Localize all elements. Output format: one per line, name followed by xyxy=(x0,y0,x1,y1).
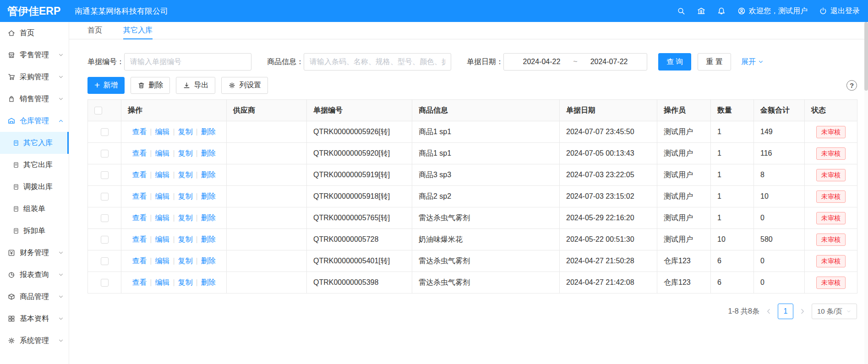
row-action-delete[interactable]: 删除 xyxy=(201,214,216,222)
row-action-delete[interactable]: 删除 xyxy=(201,128,216,136)
bank-icon[interactable] xyxy=(697,6,706,16)
bill-no-input[interactable] xyxy=(124,53,251,71)
column-header-actions: 操作 xyxy=(121,100,227,121)
chevron-down-icon xyxy=(58,250,64,256)
scrollbar-thumb[interactable] xyxy=(864,22,868,91)
cell-operator: 测试用户 xyxy=(657,143,711,164)
sidebar-item[interactable]: 商品管理 xyxy=(0,286,69,308)
sidebar-item[interactable]: 零售管理 xyxy=(0,44,69,66)
row-action-copy[interactable]: 复制 xyxy=(178,192,193,200)
row-action-edit[interactable]: 编辑 xyxy=(155,278,169,286)
row-action-edit[interactable]: 编辑 xyxy=(155,128,169,136)
sidebar-item[interactable]: 销售管理 xyxy=(0,88,69,110)
logout-button[interactable]: 退出登录 xyxy=(819,6,860,16)
row-action-edit[interactable]: 编辑 xyxy=(155,149,169,157)
row-checkbox[interactable] xyxy=(101,171,109,179)
export-button[interactable]: 导出 xyxy=(176,77,215,94)
page-size-select[interactable]: 10 条/页 xyxy=(812,304,857,319)
sidebar-subitem[interactable]: 其它入库 xyxy=(0,132,69,154)
row-checkbox[interactable] xyxy=(101,236,109,244)
prev-page-button[interactable] xyxy=(764,307,773,315)
row-action-delete[interactable]: 删除 xyxy=(201,149,216,157)
sidebar-item[interactable]: 基本资料 xyxy=(0,308,69,330)
row-checkbox[interactable] xyxy=(101,150,109,158)
row-action-view[interactable]: 查看 xyxy=(132,214,147,222)
sidebar-subitem[interactable]: 组装单 xyxy=(0,198,69,220)
cell-product: 雷达杀虫气雾剂 xyxy=(412,207,560,229)
row-action-copy[interactable]: 复制 xyxy=(178,257,193,265)
row-checkbox[interactable] xyxy=(101,128,109,136)
row-action-copy[interactable]: 复制 xyxy=(178,149,193,157)
trash-icon xyxy=(137,81,145,89)
reset-button[interactable]: 重 置 xyxy=(698,53,731,71)
next-page-button[interactable] xyxy=(798,307,807,315)
pagination-total: 1-8 共8条 xyxy=(728,307,759,316)
row-action-copy[interactable]: 复制 xyxy=(178,171,193,179)
delete-button[interactable]: 删除 xyxy=(131,77,170,94)
row-action-view[interactable]: 查看 xyxy=(132,149,147,157)
column-settings-button[interactable]: 列设置 xyxy=(221,77,268,94)
expand-link[interactable]: 展开 xyxy=(741,57,764,67)
help-icon[interactable]: ? xyxy=(846,80,857,91)
cell-product: 雷达杀虫气雾剂 xyxy=(412,250,560,272)
row-action-view[interactable]: 查看 xyxy=(132,192,147,200)
add-button[interactable]: + 新增 xyxy=(87,77,125,94)
search-icon[interactable] xyxy=(677,6,686,16)
sidebar-item[interactable]: 首页 xyxy=(0,22,69,44)
cell-supplier xyxy=(227,207,307,229)
row-action-delete[interactable]: 删除 xyxy=(201,171,216,179)
date-range-picker[interactable]: 2024-04-22 ~ 2024-07-22 xyxy=(503,53,647,71)
date-end-value[interactable]: 2024-07-22 xyxy=(590,58,628,66)
row-checkbox[interactable] xyxy=(101,279,109,287)
row-checkbox[interactable] xyxy=(101,214,109,222)
row-action-view[interactable]: 查看 xyxy=(132,128,147,136)
search-button[interactable]: 查 询 xyxy=(658,53,691,71)
sidebar-subitem[interactable]: 调拨出库 xyxy=(0,176,69,198)
row-action-delete[interactable]: 删除 xyxy=(201,192,216,200)
sidebar-item[interactable]: 报表查询 xyxy=(0,264,69,286)
row-checkbox[interactable] xyxy=(101,257,109,265)
action-separator: | xyxy=(196,171,198,179)
row-action-delete[interactable]: 删除 xyxy=(201,278,216,286)
column-header-amount: 金额合计 xyxy=(754,100,805,121)
row-action-edit[interactable]: 编辑 xyxy=(155,171,169,179)
product-info-input[interactable] xyxy=(304,53,451,71)
cell-date: 2024-07-03 23:15:02 xyxy=(560,186,657,207)
row-action-edit[interactable]: 编辑 xyxy=(155,214,169,222)
scrollbar[interactable] xyxy=(864,22,868,364)
page-number-button[interactable]: 1 xyxy=(778,304,793,319)
row-action-view[interactable]: 查看 xyxy=(132,278,147,286)
finance-icon xyxy=(7,249,16,257)
sidebar-subitem[interactable]: 其它出库 xyxy=(0,154,69,176)
tab-item[interactable]: 首页 xyxy=(87,22,102,39)
row-action-copy[interactable]: 复制 xyxy=(178,128,193,136)
bell-icon[interactable] xyxy=(717,6,726,16)
row-action-view[interactable]: 查看 xyxy=(132,171,147,179)
pagination: 1-8 共8条 1 10 条/页 xyxy=(87,304,857,319)
sidebar-item[interactable]: 仓库管理 xyxy=(0,110,69,132)
sidebar-item[interactable]: 系统管理 xyxy=(0,330,69,352)
date-start-value[interactable]: 2024-04-22 xyxy=(523,58,560,66)
sidebar-item[interactable]: 财务管理 xyxy=(0,242,69,264)
row-action-delete[interactable]: 删除 xyxy=(201,235,216,243)
row-action-view[interactable]: 查看 xyxy=(132,257,147,265)
row-action-view[interactable]: 查看 xyxy=(132,235,147,243)
select-all-checkbox[interactable] xyxy=(94,107,102,114)
row-action-edit[interactable]: 编辑 xyxy=(155,192,169,200)
row-action-copy[interactable]: 复制 xyxy=(178,214,193,222)
sidebar-item[interactable]: 采购管理 xyxy=(0,66,69,88)
cell-select xyxy=(88,207,121,229)
sidebar-subitem[interactable]: 拆卸单 xyxy=(0,220,69,242)
row-action-edit[interactable]: 编辑 xyxy=(155,257,169,265)
cell-select xyxy=(88,186,121,207)
action-separator: | xyxy=(150,235,152,243)
row-action-delete[interactable]: 删除 xyxy=(201,257,216,265)
column-header-product: 商品信息 xyxy=(412,100,560,121)
row-action-copy[interactable]: 复制 xyxy=(178,278,193,286)
row-action-edit[interactable]: 编辑 xyxy=(155,235,169,243)
row-checkbox[interactable] xyxy=(101,193,109,201)
tab-item[interactable]: 其它入库 xyxy=(123,22,153,39)
welcome-user[interactable]: 欢迎您，测试用户 xyxy=(737,6,808,16)
row-action-copy[interactable]: 复制 xyxy=(178,235,193,243)
status-badge: 未审核 xyxy=(816,190,846,203)
